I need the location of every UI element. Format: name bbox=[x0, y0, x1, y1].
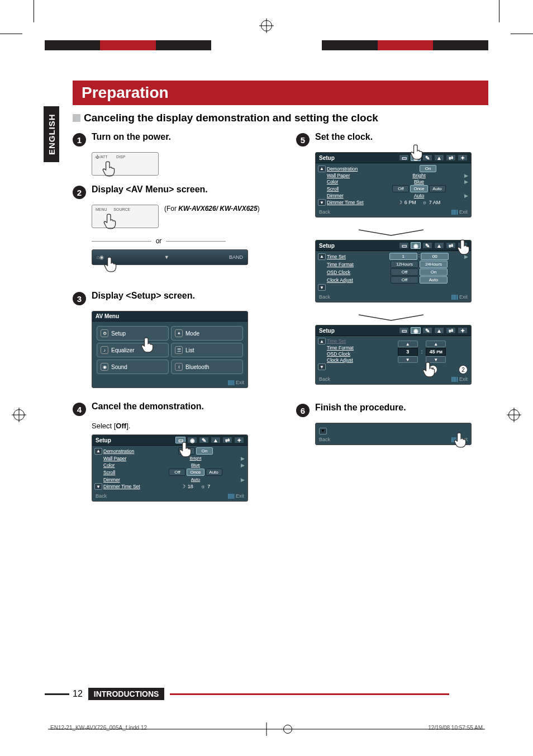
scroll-down-icon[interactable]: ▼ bbox=[94, 483, 102, 490]
panel-label-att: ⏻/ATT bbox=[96, 155, 108, 159]
band-label: BAND bbox=[229, 254, 243, 260]
val[interactable]: Blue bbox=[173, 462, 218, 468]
step-number: 2 bbox=[73, 186, 86, 199]
chevron-right-icon[interactable]: ▶ bbox=[463, 173, 469, 178]
opt[interactable]: Auto bbox=[420, 276, 448, 284]
min-up-button[interactable]: ▲ bbox=[426, 341, 446, 347]
av-btn-label: List bbox=[185, 347, 194, 353]
time-val: 7 AM bbox=[429, 200, 441, 205]
tab-icon[interactable]: ▭ bbox=[399, 242, 409, 249]
tab-icon[interactable]: ▲ bbox=[434, 242, 444, 249]
av-setup-button[interactable]: ⚙Setup bbox=[97, 326, 169, 341]
tab-icon[interactable]: ◉ bbox=[411, 242, 421, 249]
row-label: Demonstration bbox=[326, 166, 375, 172]
opt[interactable]: Off bbox=[169, 469, 185, 476]
tab-icon[interactable]: ▲ bbox=[434, 154, 444, 161]
tab-icon[interactable]: ⇄ bbox=[446, 327, 456, 334]
av-mode-button[interactable]: ✦Mode bbox=[171, 326, 243, 341]
back-button[interactable]: Back bbox=[319, 437, 330, 442]
scroll-up-icon[interactable]: ▲ bbox=[318, 338, 326, 344]
tab-icon[interactable]: ✦ bbox=[458, 154, 468, 161]
tab-icon[interactable]: ▲ bbox=[434, 327, 444, 334]
nav-strip-diagram: ⌂◉ ▼ BAND bbox=[92, 249, 285, 282]
scroll-up-icon[interactable]: ▲ bbox=[94, 448, 102, 455]
chevron-right-icon[interactable]: ▶ bbox=[240, 477, 245, 483]
step-number: 4 bbox=[73, 403, 86, 416]
chevron-right-icon[interactable]: ▶ bbox=[463, 179, 469, 185]
note-suffix: ) bbox=[258, 205, 260, 212]
tap-hand-icon bbox=[141, 337, 155, 353]
scroll-down-icon[interactable]: ▼ bbox=[318, 284, 326, 291]
scroll-down-icon[interactable]: ▼ bbox=[318, 199, 326, 206]
opt[interactable]: 24Hours bbox=[420, 261, 448, 268]
back-button[interactable]: Back bbox=[319, 376, 330, 382]
opt[interactable]: Off bbox=[391, 268, 418, 276]
tab-icon[interactable]: ✦ bbox=[458, 327, 468, 334]
scroll-down-icon[interactable]: ▼ bbox=[319, 428, 327, 434]
av-list-button[interactable]: ☰List bbox=[171, 343, 243, 357]
tab-icon[interactable]: ▭ bbox=[399, 154, 409, 161]
chevron-right-icon[interactable]: ▶ bbox=[463, 193, 469, 199]
opt[interactable]: Auto bbox=[206, 469, 222, 476]
opt[interactable]: On bbox=[420, 268, 448, 276]
av-equalizer-button[interactable]: ♪Equalizer bbox=[97, 343, 169, 357]
opt[interactable]: Off bbox=[391, 276, 418, 284]
back-button[interactable]: Back bbox=[319, 294, 330, 300]
row-label: Dimmer Time Set bbox=[102, 484, 151, 489]
opt[interactable]: Once bbox=[410, 185, 427, 192]
val[interactable]: Bright bbox=[412, 173, 426, 178]
step-number: 6 bbox=[296, 404, 310, 417]
exit-button[interactable]: ||||| Exit bbox=[451, 294, 468, 300]
exit-button[interactable]: ||||| Exit bbox=[228, 380, 244, 385]
opt[interactable]: Once bbox=[187, 469, 204, 476]
tab-icon[interactable]: ▭ bbox=[399, 327, 409, 334]
back-button[interactable]: Back bbox=[96, 493, 107, 499]
av-sound-button[interactable]: ◉Sound bbox=[97, 360, 169, 374]
exit-button[interactable]: ||||| Exit bbox=[228, 493, 244, 499]
av-btn-label: Sound bbox=[111, 364, 127, 370]
val[interactable]: Blue bbox=[414, 179, 424, 185]
note-prefix: (For bbox=[164, 205, 178, 212]
hour-display: 3 bbox=[406, 349, 409, 355]
page-subtitle: Canceling the display demonstration and … bbox=[73, 112, 378, 124]
opt[interactable]: 12Hours bbox=[391, 261, 418, 268]
opt[interactable]: Auto bbox=[429, 185, 446, 192]
crop-mark bbox=[0, 34, 22, 34]
hour-down-button[interactable]: ▼ bbox=[398, 356, 418, 363]
tab-icon[interactable]: ⇄ bbox=[446, 154, 456, 161]
panel-diagram-power: ⏻/ATT DISP bbox=[92, 152, 285, 176]
tab-icon[interactable]: ⇄ bbox=[446, 242, 456, 249]
tab-icon[interactable]: ⇄ bbox=[222, 437, 232, 443]
row-label: Color bbox=[326, 179, 375, 185]
opt[interactable]: Off bbox=[392, 185, 409, 192]
print-meta: EN12-21_KW-AVX726_005A_f.indd 12 12/19/0… bbox=[50, 725, 483, 734]
scroll-up-icon[interactable]: ▲ bbox=[318, 253, 326, 260]
exit-button[interactable]: ||||| Exit bbox=[451, 376, 468, 382]
hour-up-button[interactable]: ▲ bbox=[398, 341, 418, 347]
tab-icon[interactable]: ✎ bbox=[199, 437, 209, 443]
val[interactable]: Auto bbox=[173, 476, 218, 483]
row-label: Scroll bbox=[102, 470, 151, 475]
min-val[interactable]: 00 bbox=[421, 253, 449, 260]
screen-title: Setup bbox=[319, 328, 335, 334]
tab-icon[interactable]: ▲ bbox=[211, 437, 221, 443]
tab-icon[interactable]: ✎ bbox=[422, 327, 432, 334]
tab-icon[interactable]: ◉ bbox=[411, 327, 421, 334]
scroll-up-icon[interactable]: ▲ bbox=[318, 166, 326, 172]
chevron-right-icon[interactable]: ▶ bbox=[240, 456, 245, 461]
scroll-down-icon[interactable]: ▼ bbox=[318, 363, 326, 370]
opt-on[interactable]: On bbox=[196, 447, 213, 455]
or-divider: or bbox=[92, 237, 226, 245]
opt-on[interactable]: On bbox=[420, 165, 436, 172]
av-bluetooth-button[interactable]: ᚼBluetooth bbox=[171, 360, 243, 374]
hour-val[interactable]: 1 bbox=[389, 253, 417, 260]
chevron-right-icon[interactable]: ▶ bbox=[240, 462, 245, 468]
step-text: Display <AV Menu> screen. bbox=[92, 185, 208, 199]
tab-icon[interactable]: ✎ bbox=[422, 242, 432, 249]
page-title: Preparation bbox=[73, 81, 488, 105]
exit-button[interactable]: ||||| Exit bbox=[451, 209, 468, 215]
back-button[interactable]: Back bbox=[319, 209, 330, 215]
val[interactable]: Auto bbox=[414, 193, 425, 199]
tab-icon[interactable]: ✦ bbox=[234, 437, 244, 443]
color-bar bbox=[45, 40, 488, 50]
